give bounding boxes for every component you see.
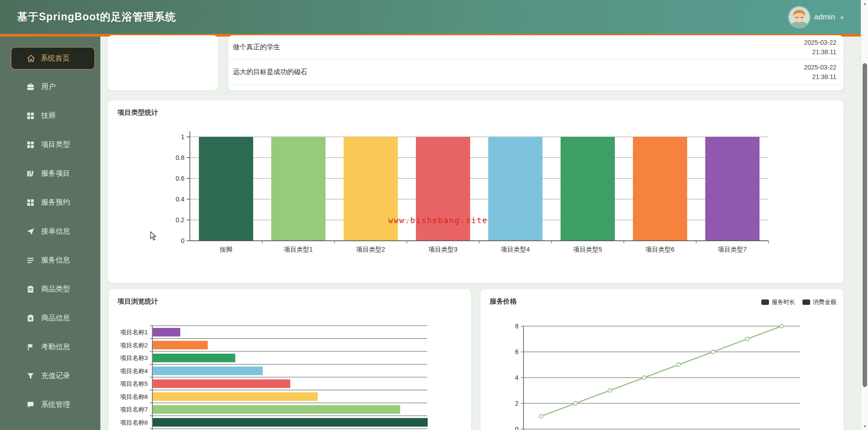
legend-label: 消费金额 bbox=[813, 298, 836, 306]
sidebar-item-goods-types[interactable]: 商品类型 bbox=[0, 275, 100, 304]
svg-text:项目类型4: 项目类型4 bbox=[501, 246, 530, 253]
svg-text:0.2: 0.2 bbox=[176, 216, 185, 224]
svg-text:0: 0 bbox=[515, 425, 519, 430]
sidebar-item-label: 服务项目 bbox=[41, 169, 70, 178]
svg-text:0: 0 bbox=[181, 237, 184, 244]
legend-item-duration[interactable]: 服务时长 bbox=[761, 298, 795, 306]
sidebar-item-label: 接单信息 bbox=[41, 227, 70, 236]
sidebar-item-users[interactable]: 用户 bbox=[0, 72, 100, 101]
legend-swatch bbox=[802, 299, 810, 305]
watermark-text: www.bishebang.site bbox=[388, 216, 488, 225]
paper-plane-icon bbox=[26, 227, 35, 236]
sidebar-item-recharge[interactable]: 充值记录 bbox=[0, 361, 100, 390]
app-header: 基于SpringBoot的足浴管理系统 admin ▼ bbox=[0, 0, 868, 34]
service-price-card: 服务价格 服务时长 消费金额 02468 bbox=[481, 289, 844, 430]
quote-time: 21:38:11 bbox=[812, 48, 836, 56]
quote-text: 远大的目标是成功的磁石 bbox=[233, 68, 307, 76]
sidebar-item-label: 系统首页 bbox=[41, 54, 70, 63]
sidebar-item-service-projects[interactable]: 服务项目 bbox=[0, 159, 100, 188]
sidebar-item-goods-info[interactable]: 商品信息 bbox=[0, 304, 100, 332]
svg-text:项目名称4: 项目名称4 bbox=[120, 368, 148, 374]
project-type-stats-card: 项目类型统计 00.20.40.60.81按脚项目类型1项目类型2项目类型3项目… bbox=[108, 100, 844, 283]
svg-text:8: 8 bbox=[515, 322, 519, 330]
sidebar-item-system[interactable]: 系统管理 bbox=[0, 390, 100, 419]
svg-text:项目类型5: 项目类型5 bbox=[573, 246, 602, 253]
legend-label: 服务时长 bbox=[772, 298, 795, 306]
svg-text:项目类型6: 项目类型6 bbox=[646, 246, 675, 253]
sidebar-item-technicians[interactable]: 技师 bbox=[0, 101, 100, 130]
sidebar-item-label: 服务预约 bbox=[41, 198, 70, 207]
clipboard-x-icon bbox=[26, 314, 35, 322]
sidebar-item-label: 考勤信息 bbox=[41, 342, 70, 352]
scrollbar-thumb[interactable] bbox=[863, 63, 867, 387]
grid-icon bbox=[26, 140, 35, 149]
svg-text:4: 4 bbox=[515, 374, 519, 381]
quote-text: 做个真正的学生 bbox=[233, 43, 280, 51]
list-icon bbox=[26, 256, 35, 265]
flag-icon bbox=[26, 343, 35, 351]
scroll-down-arrow-icon[interactable]: ▼ bbox=[861, 423, 868, 430]
svg-text:0.4: 0.4 bbox=[176, 196, 185, 203]
sidebar-item-attendance[interactable]: 考勤信息 bbox=[0, 332, 100, 361]
svg-text:项目类型7: 项目类型7 bbox=[718, 246, 747, 253]
app-title: 基于SpringBoot的足浴管理系统 bbox=[17, 0, 176, 34]
quote-timestamp: 2025-03-22 21:38:11 bbox=[804, 63, 836, 82]
sidebar-item-service-info[interactable]: 服务信息 bbox=[0, 246, 100, 275]
svg-text:项目名称7: 项目名称7 bbox=[120, 406, 148, 413]
sidebar-item-label: 技师 bbox=[41, 111, 56, 121]
sidebar-item-label: 系统管理 bbox=[41, 400, 70, 410]
book-icon bbox=[26, 169, 35, 178]
chart-title: 服务价格 bbox=[490, 297, 517, 306]
sidebar-item-home[interactable]: 系统首页 bbox=[11, 47, 95, 70]
svg-text:2: 2 bbox=[515, 400, 519, 407]
quote-timestamp: 2025-03-22 21:38:11 bbox=[804, 38, 836, 57]
sidebar-item-orders[interactable]: 接单信息 bbox=[0, 217, 100, 246]
svg-text:项目名称1: 项目名称1 bbox=[120, 329, 148, 336]
svg-text:0.6: 0.6 bbox=[176, 175, 185, 182]
sidebar-item-label: 商品信息 bbox=[41, 313, 70, 323]
page-scrollbar[interactable]: ▲ ▼ bbox=[861, 0, 868, 430]
chart-title: 项目浏览统计 bbox=[118, 297, 158, 306]
home-icon bbox=[27, 54, 35, 63]
sidebar-item-label: 服务信息 bbox=[41, 256, 70, 265]
quote-row: 做个真正的学生 2025-03-22 21:38:11 bbox=[228, 35, 844, 60]
user-menu[interactable]: admin ▼ bbox=[789, 0, 844, 34]
svg-text:按脚: 按脚 bbox=[219, 246, 232, 253]
legend-item-amount[interactable]: 消费金额 bbox=[802, 298, 836, 306]
grid-icon bbox=[26, 198, 35, 207]
sidebar-item-service-bookings[interactable]: 服务预约 bbox=[0, 188, 100, 217]
legend-swatch bbox=[761, 299, 769, 305]
project-views-stats-card: 项目浏览统计 项目名称1项目名称2项目名称3项目名称4项目名称5项目名称6项目名… bbox=[108, 289, 471, 430]
svg-text:1: 1 bbox=[181, 133, 184, 140]
svg-text:6: 6 bbox=[515, 348, 519, 355]
sidebar-item-label: 用户 bbox=[41, 82, 56, 92]
sidebar-item-label: 商品类型 bbox=[41, 285, 70, 294]
sidebar-nav: 系统首页 用户 技师 项目类型 服务项目 bbox=[0, 37, 100, 430]
svg-text:项目名称5: 项目名称5 bbox=[120, 380, 148, 387]
chevron-down-icon: ▼ bbox=[840, 15, 844, 20]
quotes-card: 做个真正的学生 2025-03-22 21:38:11 远大的目标是成功的磁石 … bbox=[228, 35, 844, 90]
quote-time: 21:38:11 bbox=[812, 73, 836, 80]
sidebar-item-project-types[interactable]: 项目类型 bbox=[0, 130, 100, 159]
quote-row: 远大的目标是成功的磁石 2025-03-22 21:38:11 bbox=[228, 60, 844, 85]
sidebar-item-label: 项目类型 bbox=[41, 140, 70, 150]
chart-title: 项目类型统计 bbox=[118, 108, 158, 117]
avatar[interactable] bbox=[789, 7, 810, 28]
sidebar-menu: 用户 技师 项目类型 服务项目 服务预约 bbox=[0, 72, 100, 419]
svg-text:项目名称3: 项目名称3 bbox=[120, 355, 148, 361]
empty-card bbox=[108, 35, 218, 90]
svg-text:项目名称2: 项目名称2 bbox=[120, 342, 148, 349]
chart-legend: 服务时长 消费金额 bbox=[761, 298, 836, 306]
svg-text:项目类型2: 项目类型2 bbox=[356, 246, 385, 253]
quote-date: 2025-03-22 bbox=[804, 39, 836, 46]
username-label: admin bbox=[814, 13, 835, 22]
chat-icon bbox=[26, 401, 35, 409]
scroll-up-arrow-icon[interactable]: ▲ bbox=[861, 0, 868, 7]
clipboard-icon bbox=[26, 285, 35, 294]
svg-text:项目名称6: 项目名称6 bbox=[120, 393, 148, 400]
svg-text:项目类型3: 项目类型3 bbox=[429, 246, 458, 253]
svg-text:项目名称8: 项目名称8 bbox=[120, 419, 148, 426]
grid-icon bbox=[26, 112, 35, 120]
svg-text:项目类型1: 项目类型1 bbox=[284, 246, 313, 253]
briefcase-icon bbox=[26, 83, 35, 91]
